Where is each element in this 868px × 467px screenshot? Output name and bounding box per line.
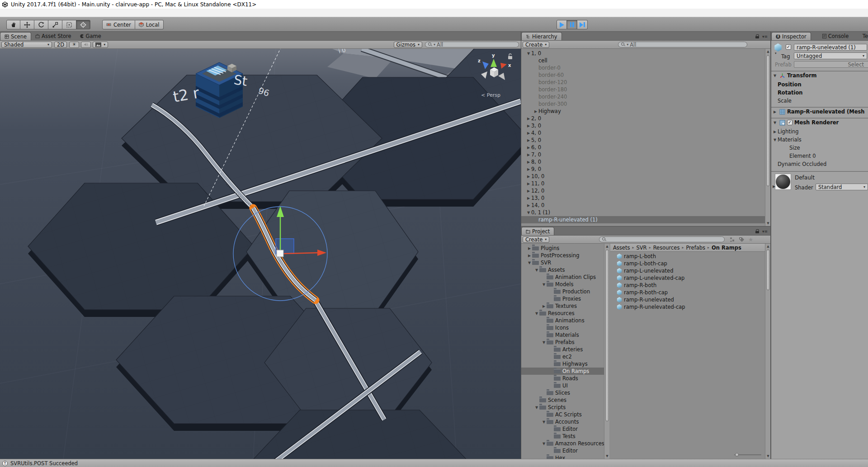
hierarchy-scrollbar[interactable]: ▲ ▼ <box>765 49 770 226</box>
tab-hierarchy[interactable]: Hierarchy <box>521 32 562 40</box>
scroll-up-icon[interactable]: ▲ <box>604 245 610 248</box>
mesh-filter-title[interactable]: Ramp-R-unelevated (Mesh <box>787 108 864 115</box>
scroll-down-icon[interactable]: ▼ <box>604 454 610 458</box>
project-tree-item[interactable]: ▶ Plugins <box>521 245 604 252</box>
foldout-arrow-icon[interactable]: ▼ <box>772 121 778 125</box>
project-tree-item[interactable]: Production <box>521 288 604 295</box>
tab-console[interactable]: Console <box>818 32 853 40</box>
gizmos-dropdown[interactable]: Gizmos▾ <box>394 42 422 48</box>
project-tree-item[interactable]: Roads <box>521 375 604 382</box>
foldout-arrow-icon[interactable]: ▼ <box>534 406 539 410</box>
asset-file-item[interactable]: ramp-R-unelevated-cap <box>617 303 765 311</box>
scene-viewport[interactable]: t2 r St 96 i 0 <box>0 49 521 459</box>
draw-mode-dropdown[interactable]: Shaded▾ <box>1 42 52 48</box>
panel-menu-icon[interactable]: ▾≡ <box>762 229 768 234</box>
project-tree-item[interactable]: Arteries <box>521 346 604 353</box>
hierarchy-item[interactable]: border-120 <box>521 79 765 86</box>
hierarchy-item[interactable]: border-300 <box>521 100 765 108</box>
foldout-arrow-icon[interactable]: ▶ <box>526 131 531 135</box>
project-tree-item[interactable]: ▼ Prefabs <box>521 339 604 346</box>
project-tree-item[interactable]: On Ramps <box>521 368 604 375</box>
transform-title[interactable]: Transform <box>787 72 817 79</box>
lighting-label[interactable]: Lighting <box>778 128 798 135</box>
save-search-star-icon[interactable]: ★ <box>748 236 753 243</box>
foldout-arrow-icon[interactable]: ▶ <box>526 175 531 179</box>
asset-file-item[interactable]: ramp-L-unelevated-cap <box>617 274 765 282</box>
project-tree-item[interactable]: ec2 <box>521 353 604 360</box>
rotate-tool-button[interactable] <box>34 20 48 29</box>
hierarchy-item[interactable]: border-60 <box>521 71 765 79</box>
foldout-arrow-icon[interactable]: ▶ <box>526 182 531 186</box>
hierarchy-item[interactable]: ▶ Highway <box>521 108 765 115</box>
hierarchy-item[interactable]: border-240 <box>521 93 765 100</box>
foldout-arrow-icon[interactable]: ▶ <box>526 203 531 208</box>
breadcrumb-item[interactable]: Prefabs▸ <box>686 245 712 251</box>
hierarchy-item[interactable]: ▶ 9, 0 <box>521 165 765 173</box>
search-by-label-icon[interactable] <box>739 237 745 242</box>
project-tree-item[interactable]: ▶ Textures <box>521 302 604 310</box>
foldout-arrow-icon[interactable]: ▼ <box>772 74 778 78</box>
foldout-arrow-icon[interactable]: ▼ <box>527 261 532 265</box>
tab-project[interactable]: Project <box>521 227 554 235</box>
hierarchy-item[interactable]: border-180 <box>521 86 765 93</box>
project-tree-item[interactable]: ▼ Assets <box>521 266 604 274</box>
material-preview-thumbnail[interactable] <box>775 174 791 190</box>
project-tree-item[interactable]: Icons <box>521 324 604 331</box>
tab-inspector[interactable]: i Inspector <box>771 32 811 40</box>
hierarchy-item[interactable]: ramp-R-unelevated (1) <box>521 216 765 223</box>
project-tree-item[interactable]: UI <box>521 382 604 389</box>
hierarchy-item[interactable]: ▼ 0, 1 (1) <box>521 209 765 216</box>
lock-icon[interactable] <box>755 229 760 234</box>
project-tree-item[interactable]: ▼ Resources <box>521 310 604 317</box>
move-tool-button[interactable] <box>20 20 34 29</box>
mesh-renderer-title[interactable]: Mesh Renderer <box>794 119 839 126</box>
project-search-input[interactable] <box>599 236 725 242</box>
foldout-arrow-icon[interactable]: ▼ <box>526 211 531 215</box>
foldout-arrow-icon[interactable]: ▶ <box>772 130 778 134</box>
project-tree-scrollbar[interactable]: ▲ ▼ <box>604 244 609 459</box>
foldout-arrow-icon[interactable]: ▶ <box>526 189 531 193</box>
asset-file-item[interactable]: ramp-L-unelevated <box>617 267 765 274</box>
lighting-toggle-button[interactable]: ☀ <box>69 42 79 48</box>
pause-button[interactable] <box>567 20 577 29</box>
project-tree-item[interactable]: Highways <box>521 360 604 368</box>
asset-zoom-slider[interactable] <box>734 453 761 457</box>
search-by-type-icon[interactable] <box>729 237 735 242</box>
project-tree-item[interactable]: Slices <box>521 389 604 396</box>
project-tree-item[interactable]: ▼ Scripts <box>521 404 604 411</box>
project-create-dropdown[interactable]: Create▾ <box>523 236 549 243</box>
project-tree-item[interactable]: Hex <box>521 454 604 459</box>
foldout-arrow-icon[interactable]: ▼ <box>541 283 547 287</box>
foldout-arrow-icon[interactable]: ▶ <box>526 153 531 157</box>
project-tree-item[interactable]: Proxies <box>521 295 604 302</box>
hierarchy-item[interactable]: ▶ 7, 0 <box>521 151 765 158</box>
project-tree-item[interactable]: Editor <box>521 447 604 454</box>
project-tree-item[interactable]: Materials <box>521 331 604 339</box>
asset-file-item[interactable]: ramp-R-both-cap <box>617 289 765 296</box>
foldout-arrow-icon[interactable]: ▶ <box>526 124 531 128</box>
hierarchy-item[interactable]: ▶ 11, 0 <box>521 180 765 187</box>
hierarchy-search-input[interactable]: ▾All <box>618 42 747 47</box>
2d-toggle-button[interactable]: 2D <box>54 42 67 48</box>
materials-label[interactable]: Materials <box>778 137 802 143</box>
hierarchy-item[interactable]: ▶ 5, 0 <box>521 137 765 144</box>
hierarchy-item[interactable]: ▶ 6, 0 <box>521 144 765 151</box>
foldout-arrow-icon[interactable]: ▶ <box>526 117 531 121</box>
project-tree-item[interactable]: ▼ Models <box>521 281 604 288</box>
tab-partial[interactable]: Te <box>859 32 868 40</box>
project-tree-item[interactable]: Tests <box>521 433 604 440</box>
hierarchy-item[interactable]: ▶ 14, 0 <box>521 202 765 209</box>
project-tree-item[interactable]: ▼ Accounts <box>521 418 604 425</box>
hierarchy-item[interactable]: cell <box>521 57 765 64</box>
foldout-arrow-icon[interactable]: ▶ <box>526 160 531 164</box>
project-tree-item[interactable]: Animation Clips <box>521 274 604 281</box>
asset-file-item[interactable]: ramp-R-both <box>617 282 765 289</box>
prefab-select-button[interactable]: Select <box>794 61 868 68</box>
rect-tool-button[interactable] <box>62 20 76 29</box>
hierarchy-create-dropdown[interactable]: Create▾ <box>523 42 549 48</box>
foldout-arrow-icon[interactable]: ▼ <box>526 52 531 56</box>
tab-game[interactable]: Game <box>75 32 105 40</box>
step-button[interactable] <box>577 20 588 29</box>
lock-icon[interactable] <box>755 34 760 39</box>
project-tree-item[interactable]: Scenes <box>521 396 604 404</box>
